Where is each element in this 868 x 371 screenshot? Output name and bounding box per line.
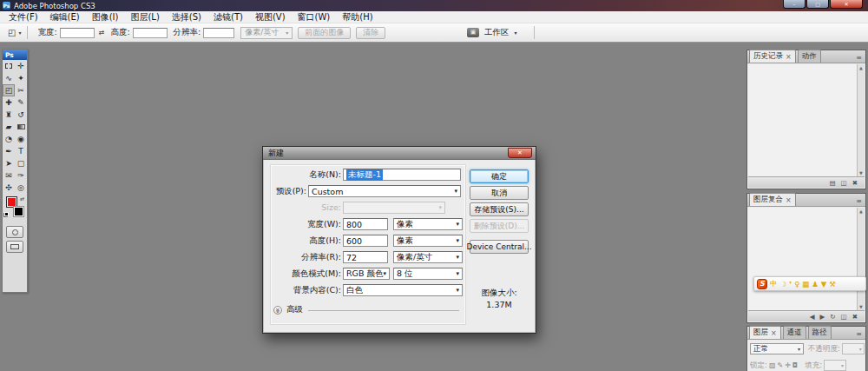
scroll-up-icon[interactable]: ▲ (859, 65, 863, 70)
tab-actions[interactable]: 动作 (798, 50, 821, 63)
bit-depth-dropdown[interactable]: 8 位 ▾ (393, 268, 463, 280)
blend-mode-dropdown[interactable]: 正常 ▾ (750, 343, 804, 354)
menu-help[interactable]: 帮助(H) (336, 11, 378, 23)
new-document-from-state-icon[interactable]: ▤ (830, 179, 836, 187)
clone-stamp-tool[interactable]: ♜ (3, 109, 15, 121)
tool-preset-picker[interactable]: ◰ ▾ (5, 27, 23, 38)
crop-width-input[interactable] (60, 28, 95, 38)
preset-dropdown[interactable]: Custom ▾ (308, 185, 461, 197)
advanced-expand-button[interactable]: ≫ (273, 306, 282, 315)
width-unit-dropdown[interactable]: 像素 ▾ (393, 218, 463, 230)
eraser-tool[interactable]: ▰ (3, 121, 15, 133)
default-colors-icon[interactable] (4, 212, 9, 216)
skin-icon[interactable]: ▼ (821, 280, 827, 288)
slice-tool[interactable]: ✂ (15, 84, 27, 96)
menu-image[interactable]: 图像(I) (86, 11, 125, 23)
save-preset-button[interactable]: 存储预设(S)... (470, 202, 529, 216)
lock-all-icon[interactable]: ◘ (792, 361, 798, 369)
close-icon[interactable]: × (786, 53, 792, 61)
crop-tool[interactable]: ◰ (3, 84, 15, 96)
soft-keyboard-icon[interactable]: ▦ (802, 280, 809, 288)
hand-tool[interactable]: ✣ (3, 182, 15, 194)
background-contents-dropdown[interactable]: 白色 ▾ (343, 284, 463, 296)
delete-comp-icon[interactable]: ✖ (852, 313, 858, 321)
crop-height-input[interactable] (133, 28, 168, 38)
close-icon[interactable]: × (771, 329, 777, 337)
palette-header[interactable]: Ps (3, 50, 27, 60)
bridge-icon[interactable]: ▣ (467, 28, 479, 37)
quick-mask-button[interactable] (6, 226, 23, 238)
dialog-close-button[interactable]: ✕ (508, 148, 532, 158)
delete-icon[interactable]: ✖ (852, 179, 858, 187)
close-button[interactable]: ✕ (830, 0, 863, 9)
type-tool[interactable]: T (15, 145, 27, 157)
scroll-down-icon[interactable]: ▼ (859, 304, 863, 309)
resolution-unit-dropdown[interactable]: 像素/英寸 ▾ (393, 251, 463, 263)
panel-menu-icon[interactable]: ≡ (854, 330, 864, 339)
front-image-button[interactable]: 前面的图像 (298, 27, 351, 39)
notes-tool[interactable]: ✉ (3, 169, 15, 182)
path-selection-tool[interactable]: ➤ (3, 157, 15, 169)
punctuation-icon[interactable]: ❜ (789, 280, 792, 288)
color-mode-dropdown[interactable]: RGB 颜色 ▾ (343, 268, 390, 280)
move-tool[interactable]: ✛ (15, 60, 27, 72)
resolution-input[interactable]: 72 (343, 251, 388, 263)
update-comp-icon[interactable]: ↻ (830, 313, 835, 321)
fullwidth-halfwidth-icon[interactable]: ☽ (780, 280, 787, 288)
swap-dimensions-icon[interactable]: ⇄ (99, 29, 105, 36)
dodge-tool[interactable]: ◉ (15, 133, 27, 145)
chinese-english-icon[interactable]: 中 (770, 279, 778, 289)
height-input[interactable]: 600 (343, 235, 388, 247)
menu-view[interactable]: 视图(V) (249, 11, 292, 23)
toolbox-icon[interactable]: ⚒ (829, 280, 836, 288)
screen-mode-button[interactable] (6, 241, 23, 253)
magic-wand-tool[interactable]: ✦ (15, 72, 27, 84)
width-input[interactable]: 800 (343, 218, 388, 230)
shape-tool[interactable]: ▢ (15, 157, 27, 169)
menu-file[interactable]: 文件(F) (3, 11, 44, 23)
tab-paths[interactable]: 路径 (808, 326, 832, 339)
dialog-title-bar[interactable]: 新建 (263, 147, 536, 160)
voice-input-icon[interactable]: ♀ (794, 280, 799, 288)
name-input[interactable]: 未标题-1 (343, 169, 461, 181)
scroll-down-icon[interactable]: ▼ (859, 170, 863, 176)
swap-colors-icon[interactable]: ⇄ (20, 195, 24, 202)
menu-edit[interactable]: 编辑(E) (44, 11, 86, 23)
panel-menu-icon[interactable]: ≡ (854, 197, 864, 206)
sogou-logo[interactable]: S (757, 279, 767, 289)
lasso-tool[interactable]: ∿ (3, 72, 15, 84)
minimize-button[interactable]: – (783, 0, 806, 9)
lock-transparency-icon[interactable]: ▨ (769, 361, 776, 369)
workspace-button[interactable]: 工作区 (484, 27, 510, 38)
prev-comp-icon[interactable]: ◀ (810, 313, 815, 321)
scroll-up-icon[interactable]: ▲ (859, 209, 863, 214)
ok-button[interactable]: 确定 (470, 169, 529, 183)
tab-layer-comps[interactable]: 图层复合 × (749, 193, 796, 206)
fill-field[interactable]: ▾ (824, 360, 846, 371)
next-comp-icon[interactable]: ▶ (820, 313, 825, 321)
input-style-icon[interactable]: ♟ (812, 280, 819, 288)
opacity-field[interactable]: ▾ (842, 343, 865, 354)
scrollbar[interactable]: ▲ ▼ (857, 64, 865, 176)
menu-layer[interactable]: 图层(L) (124, 11, 165, 23)
brush-tool[interactable]: ✎ (15, 96, 27, 109)
tab-channels[interactable]: 通道 (783, 326, 806, 339)
lock-position-icon[interactable]: ✛ (785, 361, 791, 369)
menu-window[interactable]: 窗口(W) (292, 11, 337, 23)
eyedropper-tool[interactable]: ✑ (15, 169, 27, 182)
new-comp-icon[interactable]: ◫ (841, 313, 847, 321)
tab-history[interactable]: 历史记录 × (749, 50, 796, 63)
rectangular-marquee-tool[interactable] (3, 60, 15, 72)
new-snapshot-icon[interactable]: ◫ (841, 179, 847, 187)
blur-tool[interactable]: ◔ (3, 133, 15, 145)
history-brush-tool[interactable]: ↺ (15, 109, 27, 121)
device-central-button[interactable]: Device Central... (470, 240, 529, 254)
height-unit-dropdown[interactable]: 像素 ▾ (393, 235, 463, 247)
maximize-button[interactable]: ▢ (806, 0, 829, 9)
background-color-swatch[interactable] (13, 206, 24, 217)
lock-image-icon[interactable]: ✎ (777, 361, 783, 369)
tab-layers[interactable]: 图层 × (749, 326, 781, 339)
close-icon[interactable]: × (786, 196, 792, 204)
crop-resolution-input[interactable] (203, 28, 234, 38)
menu-select[interactable]: 选择(S) (166, 11, 207, 23)
